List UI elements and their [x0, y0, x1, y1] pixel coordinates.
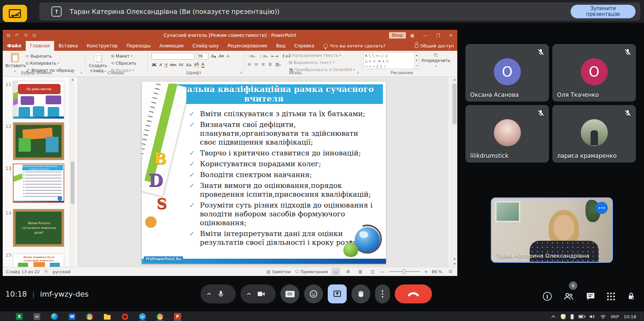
volume-icon[interactable] — [589, 314, 595, 319]
slide-thumbnail-14[interactable]: Яким бачать сучасного вчителя діти? — [13, 209, 64, 247]
paste-button[interactable]: Вставить▾ — [5, 53, 24, 73]
comments-button[interactable]: 🗩 Примечания — [295, 269, 328, 274]
font-name-input[interactable] — [152, 53, 194, 60]
font-dialog-launcher[interactable]: ⇲ — [239, 71, 242, 74]
tile-options-button[interactable] — [596, 202, 608, 214]
normal-view-icon[interactable]: ▭ — [332, 268, 340, 275]
thumbnail-scroll-thumb[interactable] — [71, 162, 74, 204]
telegram-taskbar-icon[interactable]: ➤ — [139, 313, 146, 320]
slideshow-icon[interactable]: ⊡ — [32, 33, 36, 38]
highlight-button[interactable]: аб — [194, 62, 199, 68]
shapes-scroll[interactable]: ▲▼⊻ — [415, 52, 419, 69]
slide-thumbnail-panel[interactable]: 11 На рівні школи: 12 — [3, 77, 78, 267]
language-indicator[interactable]: русский — [53, 269, 71, 274]
notes-button[interactable]: ▤ Заметки — [267, 269, 291, 274]
slide-thumbnail-13-selected[interactable]: Національна кваліфікаційна рамка сучасно… — [13, 164, 64, 203]
align-text-button[interactable]: ⊟Выровнять текст▾ — [289, 60, 334, 65]
zoom-in-icon[interactable]: + — [424, 269, 428, 274]
sign-in-badge[interactable]: Вход — [389, 32, 406, 39]
editor-scrollbar[interactable]: ▲ ▲ ▼ — [451, 77, 457, 267]
word-taskbar-icon[interactable]: W — [68, 313, 76, 320]
defender-icon[interactable] — [560, 314, 566, 320]
slide-thumbnail-11[interactable]: На рівні школи: — [13, 81, 64, 119]
participant-tile-oksana[interactable]: О Оксана Асанова — [465, 44, 549, 102]
tray-mic-icon[interactable] — [571, 314, 574, 319]
undo-icon[interactable]: ↶▾ — [15, 33, 20, 38]
text-direction-button[interactable]: ⫼Направление текста▾ — [289, 53, 341, 58]
reactions-button[interactable] — [304, 284, 323, 303]
scroll-up-icon[interactable]: ▲ — [70, 77, 75, 82]
excel-taskbar-icon[interactable]: X — [16, 313, 23, 320]
cut-button[interactable]: ✂Вырезать — [26, 53, 52, 59]
tab-transitions[interactable]: Переходы — [122, 41, 155, 51]
clipboard-dialog-launcher[interactable]: ⇲ — [80, 71, 83, 74]
ribbon-display-options-icon[interactable]: ▣ — [407, 30, 417, 41]
clear-format-icon[interactable]: А̶ — [227, 53, 230, 59]
char-spacing-button[interactable]: AV — [179, 63, 184, 67]
participant-tile-lilikdrumstick[interactable]: lilikdrumstick — [465, 105, 549, 163]
arrange-button[interactable]: Упорядочить▾ — [421, 53, 450, 68]
tab-insert[interactable]: Вставка — [54, 41, 82, 51]
fit-to-window-icon[interactable]: ⊡ — [446, 268, 455, 275]
more-options-button[interactable] — [375, 284, 390, 303]
reading-view-icon[interactable]: ▥ — [356, 268, 364, 275]
italic-button[interactable]: К — [159, 62, 162, 67]
participant-tile-larysa[interactable]: лариса крамаренко — [552, 105, 636, 163]
zoom-slider[interactable] — [389, 271, 420, 272]
chevron-up-icon[interactable] — [247, 293, 251, 295]
scroll-up-icon[interactable]: ▲ — [452, 77, 457, 82]
shrink-font-icon[interactable]: А▾ — [219, 53, 224, 59]
tab-review[interactable]: Рецензирование — [223, 41, 272, 51]
powerpoint-taskbar-icon[interactable]: P — [174, 313, 181, 320]
redo-icon[interactable]: ↻ — [24, 33, 28, 38]
raise-hand-button[interactable] — [351, 284, 370, 303]
thumbnail-scrollbar[interactable]: ▲ — [70, 77, 75, 267]
justify-icon[interactable]: ≣ — [268, 62, 272, 67]
tab-slideshow[interactable]: Слайд-шоу — [188, 41, 223, 51]
stop-presentation-button[interactable]: Зупинити презентацію — [571, 5, 636, 18]
calculator-taskbar-icon[interactable]: = — [33, 313, 41, 320]
copy-button[interactable]: ⧉Копировать▾ — [26, 61, 59, 66]
tray-expand-icon[interactable] — [551, 315, 556, 318]
tab-view[interactable]: Вид — [272, 41, 290, 51]
previous-slide-icon[interactable]: ▲ — [452, 257, 458, 260]
battery-icon[interactable] — [578, 315, 584, 318]
layout-button[interactable]: ⊞Макет▾ — [111, 53, 132, 59]
strikethrough-button[interactable]: abc — [170, 63, 177, 67]
slide-thumbnail-12[interactable] — [13, 122, 64, 160]
chrome2-taskbar-icon[interactable] — [156, 313, 164, 320]
font-size-input[interactable]: 36 — [196, 53, 208, 60]
tab-file[interactable]: Файл — [3, 41, 26, 51]
customize-qat-icon[interactable]: ▾ — [41, 34, 42, 37]
folder-taskbar-icon[interactable] — [104, 313, 111, 320]
tell-me-search[interactable]: Что вы хотите сделать? — [323, 41, 386, 51]
restore-icon[interactable]: ❐ — [433, 30, 443, 41]
reset-button[interactable]: ⟲Сбросить — [111, 61, 137, 66]
slide-thumbnail-15[interactable]: Яким повинен бути сучасний вчитель? — [13, 254, 64, 267]
bullets-icon[interactable]: ∷≡▾ — [248, 53, 255, 59]
zoom-out-icon[interactable]: — — [381, 269, 385, 274]
tab-design[interactable]: Конструктор — [82, 41, 122, 51]
bold-button[interactable]: Ж — [152, 62, 157, 67]
shapes-gallery[interactable]: A╲╲▭○◻ △∟∟➔↓▷ ~(~{}☆ — [363, 52, 415, 69]
language-switcher[interactable]: УКР — [611, 314, 619, 319]
tab-help[interactable]: Справка — [290, 41, 319, 51]
browser-app-icon[interactable] — [3, 5, 27, 22]
mic-button[interactable] — [201, 284, 236, 303]
proofing-icon[interactable]: ⎘ — [45, 269, 48, 274]
editor-scroll-thumb[interactable] — [453, 84, 457, 124]
chevron-up-icon[interactable] — [207, 293, 211, 295]
camera-button[interactable] — [240, 284, 276, 303]
show-desktop-divider[interactable] — [641, 313, 641, 320]
next-slide-icon[interactable]: ▼ — [452, 262, 458, 265]
chat-button[interactable] — [585, 291, 596, 301]
people-button[interactable] — [563, 291, 574, 301]
underline-button[interactable]: Ч — [164, 62, 167, 67]
slideshow-view-icon[interactable]: ◫ — [368, 268, 376, 275]
self-video-tile[interactable]: Таран Катерина Олександрівна — [491, 197, 613, 263]
captions-button[interactable]: CC — [280, 284, 299, 303]
network-icon[interactable] — [600, 314, 606, 319]
leave-call-button[interactable] — [395, 284, 432, 303]
opera-taskbar-icon[interactable] — [121, 313, 129, 320]
zoom-level[interactable]: 86 % — [432, 269, 442, 274]
